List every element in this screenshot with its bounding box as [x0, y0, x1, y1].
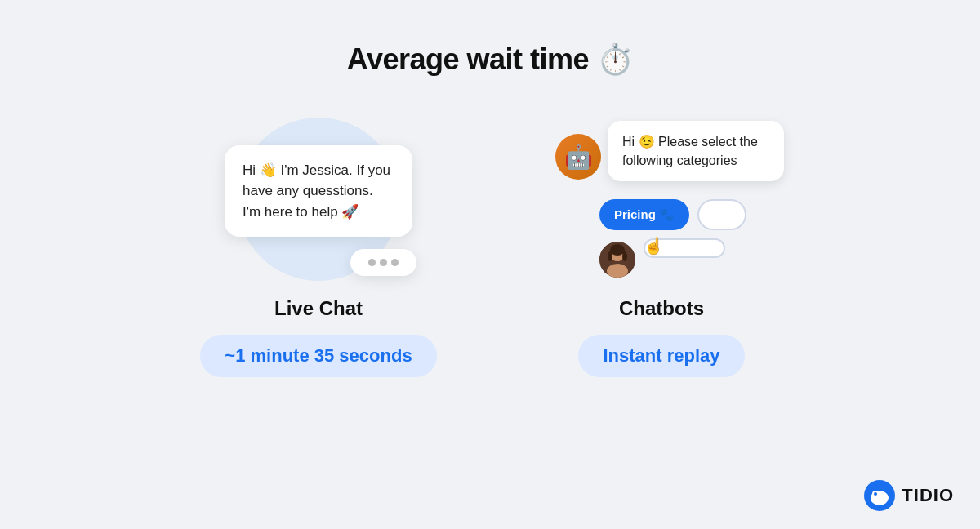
chatbot-illustration: 🤖 Hi 😉 Please select the following categ… — [531, 109, 792, 289]
user-avatar — [599, 242, 635, 278]
comparison-columns: Hi 👋 I'm Jessica. If you have any quesst… — [0, 109, 980, 377]
category-btn-outline-1[interactable] — [697, 199, 746, 230]
tidio-logo-text: TIDIO — [902, 485, 954, 506]
livechat-time-badge: ~1 minute 35 seconds — [200, 335, 436, 377]
svg-point-6 — [622, 251, 627, 261]
livechat-label: Live Chat — [274, 297, 363, 320]
livechat-typing-dots — [350, 249, 416, 276]
category-row-1: Pricing 🐾 — [599, 199, 784, 230]
bot-avatar: 🤖 — [555, 134, 601, 180]
chatbot-greeting-text: Hi 😉 Please select the following categor… — [622, 135, 758, 167]
bot-avatar-emoji: 🤖 — [564, 144, 593, 171]
svg-point-4 — [610, 244, 625, 256]
chatbot-time-badge: Instant replay — [578, 335, 744, 377]
livechat-message-text: Hi 👋 I'm Jessica. If you have any quesst… — [243, 162, 390, 220]
chatbot-label: Chatbots — [619, 297, 704, 320]
chatbot-column: 🤖 Hi 😉 Please select the following categ… — [523, 109, 800, 377]
page-title: Average wait time ⏱️ — [347, 42, 633, 77]
chatbot-greeting-bubble: Hi 😉 Please select the following categor… — [608, 121, 784, 181]
pricing-button[interactable]: Pricing 🐾 — [599, 199, 689, 230]
cursor-icon: ☝️ — [644, 236, 664, 256]
livechat-column: Hi 👋 I'm Jessica. If you have any quesst… — [180, 109, 457, 377]
dot-3 — [391, 259, 399, 266]
svg-point-10 — [874, 492, 877, 496]
tidio-logo-icon — [864, 480, 895, 511]
svg-point-5 — [608, 251, 612, 261]
livechat-message-bubble: Hi 👋 I'm Jessica. If you have any quesst… — [225, 145, 412, 238]
dot-1 — [368, 259, 376, 266]
livechat-illustration: Hi 👋 I'm Jessica. If you have any quesst… — [196, 109, 441, 289]
user-avatar-svg — [599, 242, 635, 278]
pricing-button-label: Pricing 🐾 — [614, 207, 675, 222]
tidio-logo: TIDIO — [864, 480, 954, 511]
dot-2 — [380, 259, 387, 266]
